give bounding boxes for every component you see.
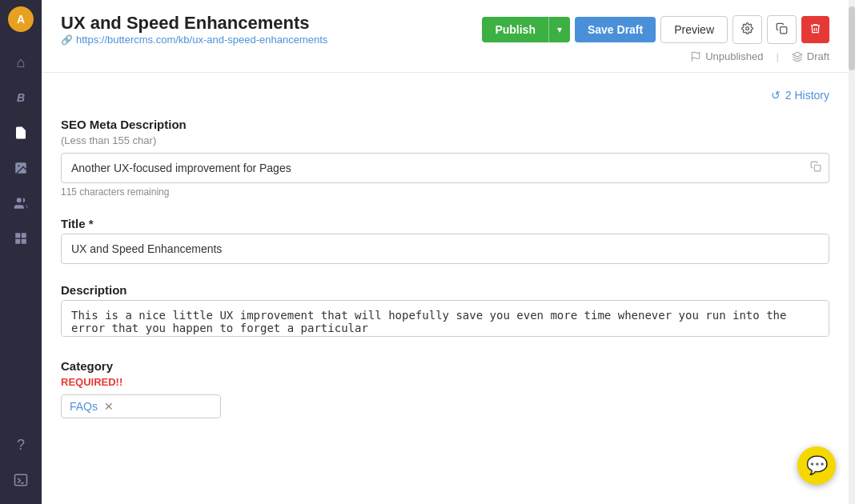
page-url-text: https://buttercms.com/kb/ux-and-speed-en… (76, 34, 327, 46)
svg-rect-3 (15, 233, 20, 238)
pages-icon[interactable] (6, 118, 35, 147)
page-title: UX and Speed Enhancements (61, 13, 327, 34)
char-remaining: 115 characters remaining (61, 186, 829, 198)
svg-rect-7 (15, 474, 27, 486)
scrollbar-track[interactable] (849, 0, 855, 504)
media-icon[interactable] (6, 154, 35, 182)
category-remove-button[interactable]: ✕ (104, 400, 114, 413)
seo-label: SEO Meta Description (61, 118, 829, 131)
page-header: UX and Speed Enhancements 🔗 https://butt… (42, 0, 849, 73)
link-icon: 🔗 (61, 34, 73, 46)
status-bar: Unpublished | Draft (61, 50, 829, 62)
description-label: Description (61, 283, 829, 297)
svg-rect-4 (22, 233, 26, 238)
history-count-label: 2 History (785, 89, 829, 102)
category-section: Category REQUIRED!! FAQs ✕ (61, 359, 829, 418)
svg-rect-11 (814, 165, 821, 171)
collections-icon[interactable] (6, 224, 35, 253)
category-required: REQUIRED!! (61, 376, 829, 388)
seo-section: SEO Meta Description (Less than 155 char… (61, 118, 829, 198)
chat-button[interactable]: 💬 (797, 446, 836, 485)
history-link[interactable]: ↺ 2 History (771, 89, 829, 102)
svg-point-2 (17, 198, 22, 202)
home-icon[interactable]: ⌂ (6, 48, 35, 77)
description-input[interactable]: This is a nice little UX improvement tha… (61, 300, 829, 337)
history-bar: ↺ 2 History (61, 89, 829, 102)
users-icon[interactable] (6, 189, 35, 218)
title-input[interactable] (61, 234, 829, 264)
publish-button-group: Publish ▾ (482, 17, 570, 42)
copy-button[interactable] (767, 15, 797, 44)
draft-status: Draft (792, 50, 829, 62)
svg-rect-9 (781, 26, 787, 33)
status-divider: | (776, 50, 778, 62)
category-label: Category (61, 359, 829, 373)
svg-rect-5 (15, 239, 20, 244)
page-url-link[interactable]: 🔗 https://buttercms.com/kb/ux-and-speed-… (61, 34, 327, 46)
avatar[interactable]: A (8, 6, 34, 32)
seo-hint: (Less than 155 char) (61, 134, 829, 146)
save-draft-button[interactable]: Save Draft (575, 17, 656, 42)
scrollbar-thumb[interactable] (849, 6, 855, 70)
seo-clipboard-icon (810, 161, 821, 175)
chat-icon: 💬 (806, 455, 828, 476)
category-input-wrap[interactable]: FAQs ✕ (61, 394, 221, 418)
svg-point-1 (18, 165, 19, 166)
header-actions: Publish ▾ Save Draft Preview (482, 15, 829, 44)
unpublished-label: Unpublished (705, 50, 763, 62)
svg-point-8 (746, 26, 749, 30)
unpublished-status: Unpublished (690, 50, 763, 62)
title-section: Title * (61, 217, 829, 264)
title-label: Title * (61, 217, 829, 230)
help-icon[interactable]: ? (6, 430, 35, 459)
content-area: ↺ 2 History SEO Meta Description (Less t… (42, 73, 849, 504)
publish-dropdown-button[interactable]: ▾ (548, 17, 570, 42)
seo-input-wrap (61, 153, 829, 183)
seo-input[interactable] (61, 153, 829, 183)
svg-rect-6 (22, 239, 26, 244)
history-icon: ↺ (771, 89, 781, 102)
delete-button[interactable] (801, 16, 829, 43)
publish-button[interactable]: Publish (482, 17, 548, 42)
sidebar: A ⌂ B ? (0, 0, 42, 504)
main-content: UX and Speed Enhancements 🔗 https://butt… (42, 0, 849, 504)
category-tag: FAQs (70, 400, 98, 413)
preview-button[interactable]: Preview (660, 16, 728, 43)
description-section: Description This is a nice little UX imp… (61, 283, 829, 340)
draft-label: Draft (807, 50, 829, 62)
terminal-icon[interactable] (6, 466, 35, 494)
blog-icon[interactable]: B (6, 83, 35, 112)
settings-button[interactable] (733, 15, 762, 44)
